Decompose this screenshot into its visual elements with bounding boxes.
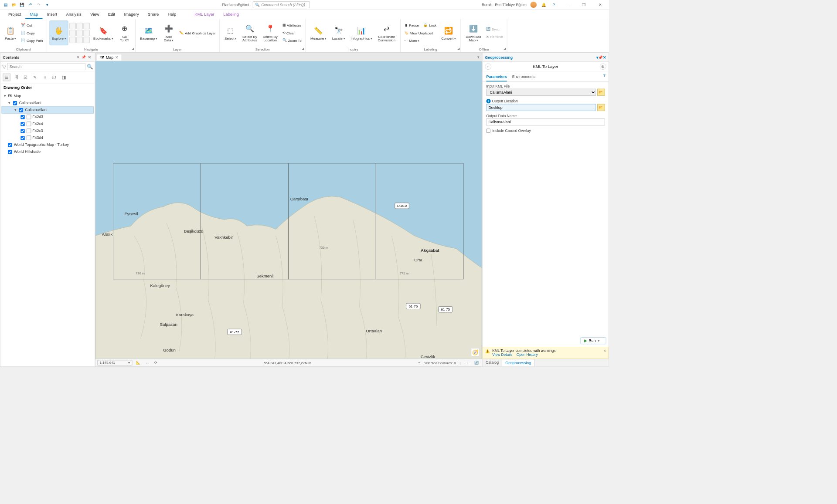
- select-by-location-button[interactable]: 📍Select By Location: [261, 20, 280, 45]
- tab-kml-layer[interactable]: KML Layer: [190, 10, 219, 19]
- attributes-button[interactable]: ▦Attributes: [281, 22, 303, 29]
- save-project-icon[interactable]: 💾: [19, 1, 26, 8]
- tree-basemap2[interactable]: World Hillshade: [2, 149, 94, 156]
- infographics-button[interactable]: 📊Infographics: [348, 20, 374, 45]
- gp-tab-parameters[interactable]: Parameters: [486, 73, 507, 81]
- tab-analysis[interactable]: Analysis: [61, 10, 86, 19]
- tab-view[interactable]: View: [86, 10, 104, 19]
- gp-input-kml-field[interactable]: CalismaAlani: [486, 89, 596, 96]
- list-selection-icon[interactable]: ☑: [22, 74, 29, 81]
- list-perspective-icon[interactable]: ◨: [60, 74, 68, 81]
- new-project-icon[interactable]: ▤: [3, 1, 9, 8]
- browse-input-icon[interactable]: 📂: [597, 89, 605, 96]
- gp-close-icon[interactable]: ✕: [603, 55, 606, 59]
- qat-more-icon[interactable]: ▾: [44, 1, 50, 8]
- coord-conversion-button[interactable]: ⇄Coordinate Conversion: [375, 20, 398, 45]
- close-map-tab-icon[interactable]: ✕: [115, 55, 118, 59]
- select-button[interactable]: ⬚Select: [222, 20, 239, 45]
- selection-launcher[interactable]: ◢: [302, 47, 304, 50]
- bottom-tab-geoprocessing[interactable]: Geoprocessing: [502, 359, 534, 366]
- gp-help-icon[interactable]: ?: [603, 73, 606, 78]
- bottom-tab-catalog[interactable]: Catalog: [483, 359, 502, 366]
- browse-output-icon[interactable]: 📂: [597, 104, 605, 111]
- navigate-extent-grid[interactable]: [69, 23, 90, 43]
- notifications-icon[interactable]: 🔔: [541, 1, 547, 8]
- paste-button[interactable]: 📋 Paste: [3, 20, 18, 45]
- labeling-launcher[interactable]: ◢: [457, 47, 459, 50]
- group-visibility-checkbox[interactable]: [13, 101, 17, 105]
- tree-layer-selected[interactable]: ▾CalismaAlani: [2, 106, 94, 113]
- snap-icon[interactable]: ⌖: [417, 360, 421, 365]
- map-view-tab[interactable]: 🗺 Map ✕: [97, 54, 122, 60]
- scale-tools-icon[interactable]: 📐: [135, 360, 142, 365]
- tab-labeling[interactable]: Labeling: [219, 10, 243, 19]
- copy-button[interactable]: 📄Copy: [20, 29, 44, 36]
- list-source-icon[interactable]: 🗄: [12, 74, 20, 81]
- basemap-button[interactable]: 🗺️ Basemap: [138, 20, 159, 45]
- labeling-more-button[interactable]: ⋯More: [403, 37, 438, 44]
- tree-sublayer[interactable]: F42d3: [2, 113, 94, 120]
- tree-sublayer[interactable]: F42c3: [2, 127, 94, 134]
- gp-output-loc-field[interactable]: [486, 104, 596, 111]
- tab-insert[interactable]: Insert: [42, 10, 61, 19]
- minimize-button[interactable]: —: [561, 0, 573, 9]
- zoom-to-button[interactable]: 🔍Zoom To: [281, 37, 303, 44]
- locate-button[interactable]: 🔭Locate: [330, 20, 347, 45]
- add-data-button[interactable]: ➕ Add Data: [161, 20, 177, 45]
- undo-icon[interactable]: ↶: [27, 1, 34, 8]
- layer-visibility-checkbox[interactable]: [19, 108, 23, 112]
- measure-button[interactable]: 📏Measure: [308, 20, 329, 45]
- maximize-button[interactable]: ❐: [577, 0, 590, 9]
- info-icon[interactable]: i: [486, 99, 490, 103]
- download-map-button[interactable]: ⬇️Download Map: [463, 20, 483, 45]
- contents-close-icon[interactable]: ✕: [87, 55, 92, 59]
- gp-add-button[interactable]: ⊕: [600, 63, 606, 70]
- gp-output-name-field[interactable]: [486, 118, 605, 125]
- list-drawing-order-icon[interactable]: ≣: [3, 74, 10, 81]
- list-snapping-icon[interactable]: ⌗: [41, 74, 48, 81]
- contents-search-icon[interactable]: 🔍: [87, 64, 93, 70]
- tree-map[interactable]: ▾🗺Map: [2, 92, 94, 99]
- tree-group[interactable]: ▾CalismaAlani: [2, 99, 94, 106]
- open-project-icon[interactable]: 📂: [11, 1, 17, 8]
- gp-view-details-link[interactable]: View Details: [492, 353, 512, 357]
- contents-menu-icon[interactable]: ▾: [75, 55, 81, 59]
- view-tab-menu-icon[interactable]: ▾: [477, 55, 482, 59]
- gp-overlay-checkbox[interactable]: [486, 129, 490, 132]
- contents-search-input[interactable]: [7, 63, 85, 70]
- user-avatar-icon[interactable]: [531, 1, 537, 8]
- user-label[interactable]: Burak · Esri Türkiye Eğitim: [482, 2, 527, 7]
- tab-map[interactable]: Map: [26, 10, 43, 19]
- command-search[interactable]: 🔍 Command Search (Alt+Q): [253, 1, 310, 8]
- tree-sublayer[interactable]: F42c4: [2, 120, 94, 127]
- sync-button[interactable]: 🔄Sync: [485, 26, 504, 33]
- remove-offline-button[interactable]: ✖Remove: [485, 33, 504, 40]
- offline-launcher[interactable]: ◢: [504, 47, 506, 50]
- contents-autohide-icon[interactable]: 📌: [81, 55, 87, 59]
- copy-path-button[interactable]: 📄Copy Path: [20, 37, 44, 44]
- gp-overlay-check[interactable]: Include Ground Overlay: [486, 129, 605, 132]
- pause-drawing-icon[interactable]: ⏸: [464, 360, 470, 365]
- close-button[interactable]: ✕: [594, 0, 606, 9]
- convert-labels-button[interactable]: 🔁Convert: [439, 20, 458, 45]
- refresh-map-icon[interactable]: 🔄: [473, 360, 480, 365]
- gp-open-history-link[interactable]: Open History: [517, 353, 538, 357]
- gp-run-button[interactable]: ▶ Run ▾: [580, 337, 606, 344]
- bookmarks-button[interactable]: 🔖 Bookmarks: [91, 20, 116, 45]
- scale-constraints-icon[interactable]: ↔: [144, 360, 150, 365]
- view-unplaced-button[interactable]: 🏷️View Unplaced: [403, 29, 438, 36]
- pause-labels-button[interactable]: ⏸Pause 🔒Lock: [403, 22, 438, 29]
- coordinate-readout[interactable]: 554.047,40E 4.560.737,27N m: [161, 361, 414, 365]
- gp-autohide-icon[interactable]: 📌: [598, 55, 603, 59]
- clear-selection-button[interactable]: ⟲Clear: [281, 29, 303, 36]
- filter-icon[interactable]: ▽: [2, 64, 6, 70]
- gp-back-button[interactable]: ←: [485, 63, 492, 70]
- navigate-launcher[interactable]: ◢: [132, 47, 134, 50]
- tab-edit[interactable]: Edit: [104, 10, 120, 19]
- tab-help[interactable]: Help: [163, 10, 181, 19]
- selected-features-readout[interactable]: Selected Features: 0: [424, 361, 456, 365]
- go-to-xy-button[interactable]: ⊕ Go To XY: [117, 20, 133, 45]
- explore-button[interactable]: 🖐️ Explore: [50, 20, 68, 45]
- select-by-attributes-button[interactable]: 🔍Select By Attributes: [240, 20, 259, 45]
- gp-message-close-icon[interactable]: ✕: [603, 348, 606, 353]
